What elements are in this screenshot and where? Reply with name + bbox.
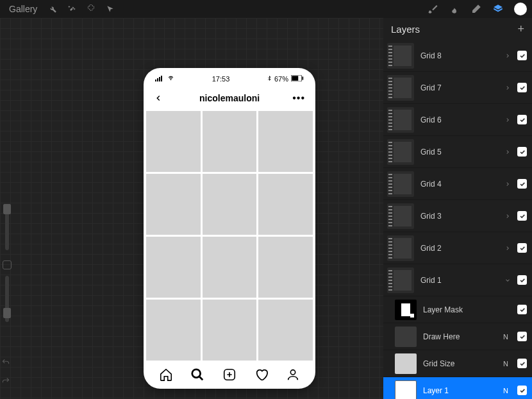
phone-mockup: 17:53 67% nicolemauloni ••• <box>144 68 315 389</box>
layer-thumbnail <box>395 380 417 400</box>
heart-icon[interactable] <box>254 367 269 382</box>
wrench-icon[interactable] <box>45 1 60 17</box>
layer-name: Grid 1 <box>420 276 498 285</box>
layer-group-row[interactable]: Grid 1 <box>383 264 532 296</box>
layer-name: Layer Mask <box>423 305 511 314</box>
layer-group-row[interactable]: Grid 6 <box>383 104 532 136</box>
layer-name: Grid 4 <box>420 180 498 189</box>
grid-cell <box>203 300 257 361</box>
layer-group-row[interactable]: Grid 8 <box>383 40 532 72</box>
chevron-down-icon[interactable] <box>504 277 511 284</box>
visibility-checkbox[interactable] <box>517 115 527 124</box>
layer-group-row[interactable]: Grid 4 <box>383 168 532 200</box>
chevron-right-icon[interactable] <box>504 85 511 91</box>
battery-icon <box>291 75 304 83</box>
signal-icon <box>155 75 164 83</box>
visibility-checkbox[interactable] <box>517 305 527 314</box>
post-grid <box>144 109 315 361</box>
brush-icon[interactable] <box>423 1 442 17</box>
chevron-right-icon[interactable] <box>504 181 511 187</box>
layers-title: Layers <box>391 24 420 35</box>
layer-thumbnail <box>387 75 414 101</box>
search-icon[interactable] <box>190 367 205 382</box>
grid-cell <box>203 174 257 235</box>
eraser-icon[interactable] <box>467 1 486 17</box>
layer-thumbnail <box>395 353 417 374</box>
color-swatch[interactable] <box>514 3 527 15</box>
chevron-right-icon[interactable] <box>504 149 511 155</box>
smudge-icon[interactable] <box>445 1 464 17</box>
grid-cell <box>203 111 257 172</box>
redo-icon[interactable] <box>1 377 10 387</box>
layer-group-row[interactable]: Grid 3 <box>383 200 532 232</box>
selection-icon[interactable] <box>83 1 99 17</box>
more-icon[interactable]: ••• <box>292 92 305 104</box>
modify-button[interactable] <box>3 260 12 269</box>
blend-mode-badge[interactable]: N <box>501 387 511 395</box>
grid-cell <box>203 237 257 298</box>
top-toolbar: Gallery <box>0 0 532 18</box>
chevron-right-icon[interactable] <box>504 213 511 219</box>
add-post-icon[interactable] <box>222 367 237 382</box>
status-time: 17:53 <box>212 75 230 83</box>
layer-thumbnail <box>387 203 414 229</box>
add-layer-icon[interactable]: + <box>517 22 524 36</box>
blend-mode-badge[interactable]: N <box>501 333 511 341</box>
svg-rect-1 <box>157 78 158 81</box>
layer-name: Layer 1 <box>423 386 494 395</box>
chevron-right-icon[interactable] <box>504 53 511 59</box>
svg-point-9 <box>291 370 295 375</box>
layer-name: Grid 6 <box>420 115 498 124</box>
profile-header: nicolemauloni ••• <box>144 87 315 109</box>
status-bar: 17:53 67% <box>144 68 315 87</box>
layers-icon[interactable] <box>488 1 508 17</box>
grid-cell <box>258 237 313 298</box>
chevron-right-icon[interactable] <box>504 117 511 123</box>
visibility-checkbox[interactable] <box>517 243 527 253</box>
layer-thumbnail <box>395 327 417 347</box>
visibility-checkbox[interactable] <box>517 386 527 395</box>
visibility-checkbox[interactable] <box>517 83 527 92</box>
chevron-right-icon[interactable] <box>504 245 511 251</box>
layer-name: Grid 7 <box>420 83 498 92</box>
brush-size-slider[interactable] <box>5 204 9 250</box>
layer-thumbnail <box>387 267 414 293</box>
visibility-checkbox[interactable] <box>517 211 527 221</box>
layer-group-row[interactable]: Grid 7 <box>383 72 532 104</box>
undo-icon[interactable] <box>1 358 10 369</box>
layer-row[interactable]: Grid SizeN <box>383 350 532 377</box>
profile-username: nicolemauloni <box>167 93 292 103</box>
visibility-checkbox[interactable] <box>517 332 527 341</box>
visibility-checkbox[interactable] <box>517 179 527 189</box>
layer-thumbnail <box>387 43 414 69</box>
layer-name: Grid 5 <box>420 148 498 157</box>
layer-row[interactable]: Layer 1N <box>383 377 532 399</box>
layers-panel-header: Layers + <box>383 18 532 40</box>
layer-group-row[interactable]: Grid 5 <box>383 136 532 168</box>
home-icon[interactable] <box>158 367 174 382</box>
grid-cell <box>146 300 201 361</box>
visibility-checkbox[interactable] <box>517 275 527 285</box>
grid-cell <box>258 300 313 361</box>
arrow-icon[interactable] <box>103 1 118 17</box>
brush-opacity-slider[interactable] <box>5 276 9 322</box>
left-rail <box>3 204 12 322</box>
layer-row[interactable]: Draw HereN <box>383 323 532 350</box>
grid-cell <box>146 174 201 235</box>
grid-cell <box>146 237 201 298</box>
layer-thumbnail <box>387 139 414 165</box>
undo-redo <box>1 358 10 387</box>
battery-percent: 67% <box>274 75 288 83</box>
back-chevron-icon[interactable] <box>154 91 167 106</box>
visibility-checkbox[interactable] <box>517 359 527 368</box>
layer-group-row[interactable]: Grid 2 <box>383 232 532 264</box>
layer-name: Grid 2 <box>420 244 498 253</box>
visibility-checkbox[interactable] <box>517 147 527 157</box>
wand-icon[interactable] <box>64 1 79 17</box>
blend-mode-badge[interactable]: N <box>501 360 511 368</box>
profile-icon[interactable] <box>285 367 301 382</box>
gallery-button[interactable]: Gallery <box>5 3 41 15</box>
visibility-checkbox[interactable] <box>517 51 527 60</box>
layer-row[interactable]: Layer Mask <box>383 296 532 323</box>
svg-rect-6 <box>303 77 304 80</box>
